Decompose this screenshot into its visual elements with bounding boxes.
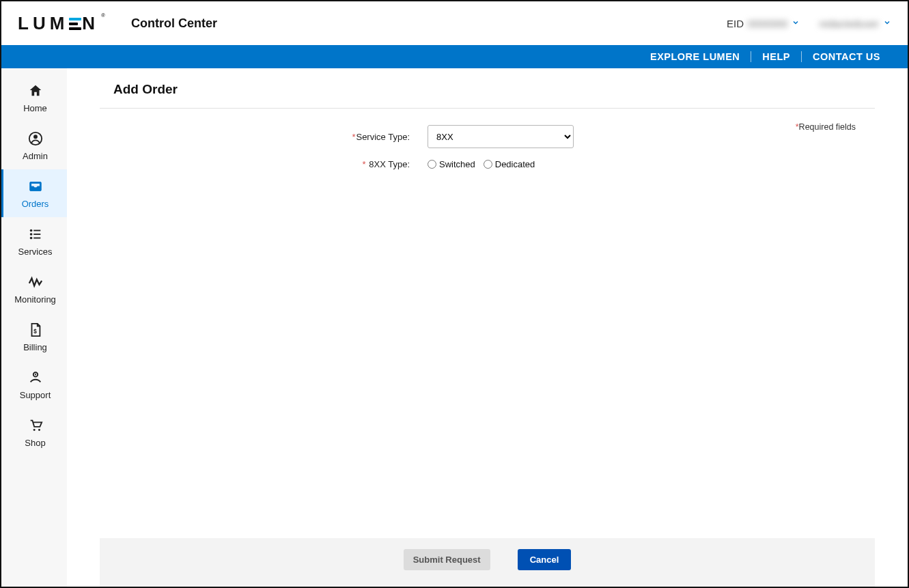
registered-mark: ® <box>101 12 105 18</box>
sidebar: Home Admin Orders Services Monitoring <box>1 68 67 587</box>
sidebar-item-label: Monitoring <box>14 295 56 304</box>
sidebar-item-home[interactable]: Home <box>1 74 67 122</box>
eid-label: EID <box>727 18 744 29</box>
utility-nav: EXPLORE LUMEN HELP CONTACT US <box>1 45 908 68</box>
eid-value: 0000000 <box>748 18 787 29</box>
form-row-service-type: *Service Type: 8XX <box>116 125 858 148</box>
support-icon <box>28 370 43 387</box>
user-name: redacteduser <box>819 18 879 29</box>
sidebar-item-billing[interactable]: $ Billing <box>1 313 67 361</box>
topbar: LUM N ® Control Center EID 0000000 redac… <box>1 1 908 45</box>
nav-help[interactable]: HELP <box>751 51 801 62</box>
user-circle-icon <box>28 131 43 148</box>
submit-request-button[interactable]: Submit Request <box>404 549 490 570</box>
sidebar-item-support[interactable]: Support <box>1 361 67 408</box>
home-icon <box>28 83 43 100</box>
inbox-icon <box>28 179 43 195</box>
svg-rect-7 <box>33 237 40 238</box>
nav-explore-lumen[interactable]: EXPLORE LUMEN <box>639 51 751 62</box>
sidebar-item-label: Shop <box>25 438 45 447</box>
user-dropdown[interactable]: redacteduser <box>819 18 891 29</box>
topbar-right: EID 0000000 redacteduser <box>727 18 891 29</box>
nav-contact-us[interactable]: CONTACT US <box>801 51 891 62</box>
cart-icon <box>28 418 43 434</box>
eid-dropdown[interactable]: EID 0000000 <box>727 18 800 29</box>
svg-point-12 <box>38 428 40 430</box>
chevron-down-icon <box>792 18 800 29</box>
sidebar-item-orders[interactable]: Orders <box>1 169 67 217</box>
service-type-select[interactable]: 8XX <box>428 125 574 148</box>
sidebar-item-shop[interactable]: Shop <box>1 408 67 456</box>
brand-wordmark-left: LUM <box>18 14 68 32</box>
svg-text:$: $ <box>33 328 37 334</box>
form-row-8xx-type: * 8XX Type: Switched Dedicated <box>116 159 858 169</box>
svg-point-2 <box>29 229 32 232</box>
form-card: *Required fields *Service Type: 8XX * 8X… <box>100 108 875 538</box>
app-title: Control Center <box>131 16 217 31</box>
sidebar-item-label: Orders <box>22 199 49 208</box>
required-fields-note: *Required fields <box>796 122 856 132</box>
brand-wordmark-right: N <box>82 14 99 32</box>
radio-dedicated[interactable] <box>484 160 492 169</box>
page-title: Add Order <box>67 68 908 108</box>
list-icon <box>28 227 43 243</box>
sidebar-item-label: Home <box>23 104 47 113</box>
svg-point-3 <box>29 233 32 236</box>
svg-point-10 <box>34 374 36 375</box>
svg-point-11 <box>33 428 35 430</box>
cancel-button[interactable]: Cancel <box>518 549 572 570</box>
sidebar-item-label: Services <box>18 247 53 256</box>
form-footer: Submit Request Cancel <box>100 538 875 587</box>
radio-option-dedicated[interactable]: Dedicated <box>484 159 535 169</box>
svg-rect-5 <box>33 229 40 231</box>
brand-logo: LUM N ® <box>18 14 104 32</box>
sidebar-item-monitoring[interactable]: Monitoring <box>1 265 67 313</box>
8xx-type-label: * 8XX Type: <box>116 159 410 169</box>
sidebar-item-label: Admin <box>23 152 48 160</box>
invoice-icon: $ <box>28 322 43 339</box>
svg-rect-6 <box>33 234 40 235</box>
svg-point-1 <box>33 135 38 139</box>
radio-option-switched[interactable]: Switched <box>428 159 475 169</box>
sidebar-item-admin[interactable]: Admin <box>1 122 67 169</box>
svg-point-4 <box>29 236 32 239</box>
activity-icon <box>28 275 43 291</box>
sidebar-item-label: Billing <box>23 343 47 352</box>
service-type-label: *Service Type: <box>116 132 410 142</box>
radio-switched[interactable] <box>428 160 436 169</box>
sidebar-item-services[interactable]: Services <box>1 217 67 265</box>
content: Add Order *Required fields *Service Type… <box>67 68 908 587</box>
chevron-down-icon <box>883 18 891 29</box>
brand-wordmark-e <box>69 17 81 30</box>
sidebar-item-label: Support <box>20 391 51 400</box>
